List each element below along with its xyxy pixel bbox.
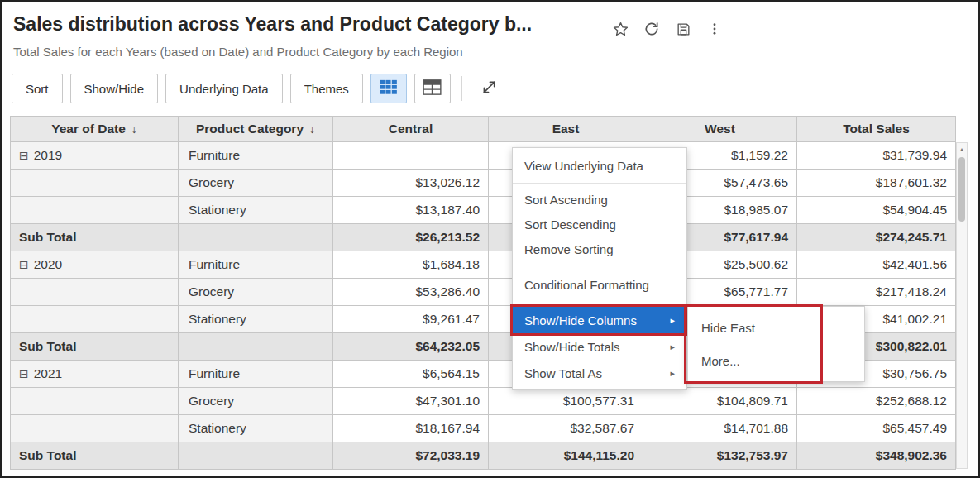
- total-sales-cell[interactable]: $31,739.94: [797, 142, 956, 170]
- total-sales-cell[interactable]: $54,904.45: [797, 197, 956, 224]
- year-cell[interactable]: [11, 279, 179, 306]
- column-header-west[interactable]: West: [643, 117, 797, 142]
- underlying-data-button[interactable]: Underlying Data: [165, 74, 283, 103]
- central-cell[interactable]: $47,301.10: [333, 388, 489, 415]
- sort-descending-icon[interactable]: ↓: [131, 122, 137, 136]
- themes-button[interactable]: Themes: [290, 74, 363, 103]
- year-cell[interactable]: [11, 306, 179, 333]
- year-cell[interactable]: ⊟2020: [11, 251, 179, 279]
- category-cell[interactable]: Grocery: [179, 388, 333, 415]
- grid-view-button[interactable]: [370, 74, 407, 103]
- sort-button[interactable]: Sort: [12, 74, 63, 103]
- column-header-central[interactable]: Central: [333, 117, 489, 142]
- menu-item-sort-descending[interactable]: Sort Descending: [513, 212, 686, 237]
- east-cell[interactable]: $144,115.20: [489, 442, 643, 470]
- column-header-year-of-date[interactable]: Year of Date ↓: [11, 117, 179, 142]
- scroll-up-icon[interactable]: ▲: [957, 143, 967, 155]
- refresh-icon[interactable]: [643, 20, 661, 38]
- menu-item-show-hide-columns[interactable]: Show/Hide Columns ▸: [513, 307, 686, 333]
- total-sales-cell[interactable]: $252,688.12: [797, 388, 956, 415]
- central-cell[interactable]: $64,232.05: [333, 333, 489, 361]
- context-menu: View Underlying Data Sort Ascending Sort…: [512, 147, 687, 390]
- total-sales-cell[interactable]: $348,902.36: [797, 442, 956, 470]
- central-cell[interactable]: $18,167.94: [333, 415, 489, 442]
- menu-item-conditional-formatting[interactable]: Conditional Formatting: [513, 272, 686, 297]
- menu-item-show-total-as[interactable]: Show Total As ▸: [513, 360, 686, 386]
- collapse-icon[interactable]: ⊟: [19, 367, 29, 380]
- menu-item-view-underlying-data[interactable]: View Underlying Data: [513, 152, 686, 179]
- year-cell[interactable]: [11, 415, 179, 442]
- central-cell[interactable]: $6,564.15: [333, 361, 489, 388]
- central-cell[interactable]: $26,213.52: [333, 224, 489, 251]
- category-cell[interactable]: [179, 224, 333, 251]
- total-sales-cell[interactable]: $65,457.49: [797, 415, 956, 442]
- more-options-icon[interactable]: [705, 20, 724, 38]
- vertical-scrollbar[interactable]: ▲: [956, 142, 968, 469]
- category-cell[interactable]: Stationery: [179, 197, 333, 224]
- show-hide-button[interactable]: Show/Hide: [70, 74, 159, 103]
- pivot-toolbar: Sort Show/Hide Underlying Data Themes: [12, 74, 506, 103]
- year-cell[interactable]: Sub Total: [11, 224, 179, 251]
- west-cell[interactable]: $132,753.97: [643, 442, 797, 470]
- central-cell[interactable]: $72,033.19: [333, 442, 489, 470]
- column-header-total-sales[interactable]: Total Sales: [797, 117, 956, 142]
- sort-descending-icon[interactable]: ↓: [309, 122, 315, 136]
- year-cell[interactable]: Sub Total: [11, 442, 179, 470]
- category-cell[interactable]: [179, 333, 333, 361]
- total-sales-cell[interactable]: $42,401.56: [797, 251, 956, 279]
- widget-header-actions: [611, 20, 724, 38]
- submenu-arrow-icon: ▸: [670, 368, 675, 379]
- total-sales-cell[interactable]: $217,418.24: [797, 279, 956, 306]
- east-cell[interactable]: $32,587.67: [489, 415, 643, 442]
- adaptive-size-button[interactable]: [473, 74, 506, 103]
- category-cell[interactable]: Furniture: [179, 251, 333, 279]
- collapse-icon[interactable]: ⊟: [19, 149, 29, 162]
- category-cell[interactable]: Grocery: [179, 279, 333, 306]
- table-row: ⊟2020Furniture$1,684.18$25,500.62$42,401…: [11, 251, 956, 279]
- category-cell[interactable]: Furniture: [179, 142, 333, 170]
- total-sales-cell[interactable]: $274,245.71: [797, 224, 956, 251]
- central-cell[interactable]: $13,026.12: [333, 170, 489, 197]
- central-cell[interactable]: $53,286.40: [333, 279, 489, 306]
- central-cell[interactable]: [333, 142, 489, 170]
- west-cell[interactable]: $14,701.88: [643, 415, 797, 442]
- year-cell[interactable]: ⊟2019: [11, 142, 179, 170]
- column-header-product-category[interactable]: Product Category ↓: [179, 117, 333, 142]
- scrollbar-thumb[interactable]: [958, 157, 965, 222]
- collapse-icon[interactable]: ⊟: [19, 258, 29, 271]
- category-cell[interactable]: Stationery: [179, 415, 333, 442]
- category-cell[interactable]: Grocery: [179, 170, 333, 197]
- year-cell[interactable]: ⊟2021: [11, 361, 179, 388]
- west-cell[interactable]: $104,809.71: [643, 388, 797, 415]
- table-view-icon: [423, 79, 442, 98]
- table-row: Grocery$53,286.40$65,771.77$217,418.24: [11, 279, 956, 306]
- submenu-item-hide-east[interactable]: Hide East: [688, 311, 864, 344]
- submenu-item-more[interactable]: More...: [688, 344, 864, 377]
- category-cell[interactable]: [179, 442, 333, 470]
- category-cell[interactable]: Stationery: [179, 306, 333, 333]
- submenu-arrow-icon: ▸: [670, 342, 675, 352]
- year-cell[interactable]: Sub Total: [11, 333, 179, 361]
- toolbar-divider: [461, 76, 462, 101]
- category-cell[interactable]: Furniture: [179, 361, 333, 388]
- table-view-button[interactable]: [414, 74, 451, 103]
- pivot-table-header: Year of Date ↓ Product Category ↓ Centra…: [11, 117, 956, 142]
- save-icon[interactable]: [674, 20, 692, 38]
- year-cell[interactable]: [11, 197, 179, 224]
- show-hide-columns-submenu: Hide East More...: [687, 306, 865, 382]
- column-header-east[interactable]: East: [489, 117, 643, 142]
- year-cell[interactable]: [11, 170, 179, 197]
- central-cell[interactable]: $13,187.40: [333, 197, 489, 224]
- table-row: Grocery$47,301.10$100,577.31$104,809.71$…: [11, 388, 956, 415]
- total-sales-cell[interactable]: $187,601.32: [797, 170, 956, 197]
- page-title: Sales distribution across Years and Prod…: [13, 13, 532, 36]
- table-row: ⊟2019Furniture$1,159.22$31,739.94: [11, 142, 956, 170]
- menu-item-show-hide-totals[interactable]: Show/Hide Totals ▸: [513, 333, 686, 360]
- central-cell[interactable]: $1,684.18: [333, 251, 489, 279]
- year-cell[interactable]: [11, 388, 179, 415]
- east-cell[interactable]: $100,577.31: [489, 388, 643, 415]
- favorite-star-icon[interactable]: [611, 20, 629, 38]
- menu-item-remove-sorting[interactable]: Remove Sorting: [513, 237, 686, 261]
- central-cell[interactable]: $9,261.47: [333, 306, 489, 333]
- menu-item-sort-ascending[interactable]: Sort Ascending: [513, 187, 686, 212]
